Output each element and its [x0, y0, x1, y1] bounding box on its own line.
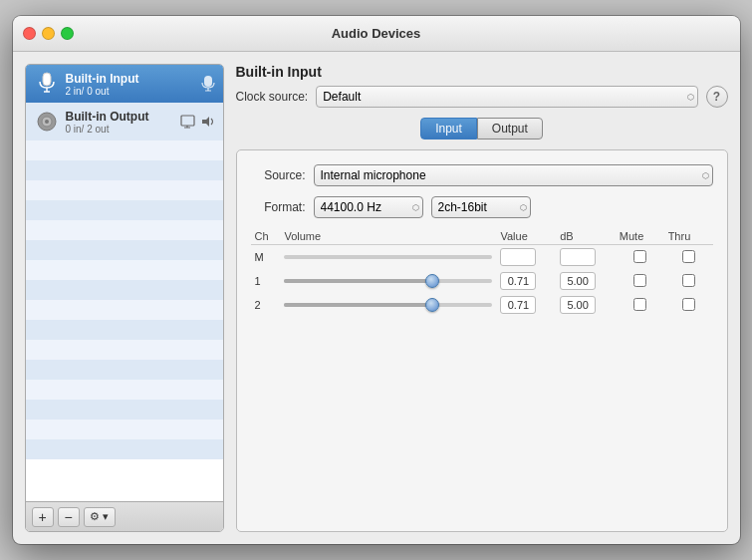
mute-check-m[interactable]	[633, 250, 646, 263]
right-panel: Built-in Input Clock source: Default ? I…	[236, 64, 728, 532]
val-cell-m	[496, 245, 556, 270]
ch-label-m: M	[251, 245, 281, 270]
mute-check-2[interactable]	[633, 298, 646, 311]
tab-output[interactable]: Output	[477, 118, 543, 140]
device-toolbar: + − ⚙ ▾	[26, 501, 223, 531]
col-header-ch: Ch	[251, 228, 281, 245]
thru-cell-m[interactable]	[664, 245, 713, 270]
slider-thumb-1[interactable]	[425, 274, 439, 288]
thru-cell-2[interactable]	[664, 293, 713, 317]
stripe-row	[26, 260, 223, 280]
slider-fill-2	[284, 303, 431, 307]
minimize-button[interactable]	[42, 27, 55, 40]
mic-icon	[34, 71, 60, 97]
col-header-mute: Mute	[616, 228, 664, 245]
traffic-lights	[23, 27, 74, 40]
value-box-2: 0.71	[500, 296, 536, 314]
col-header-value: Value	[496, 228, 556, 245]
mute-cell-1[interactable]	[616, 269, 664, 293]
svg-rect-3	[204, 76, 212, 87]
value-box-1: 0.71	[500, 272, 536, 290]
content-area: Built-in Input 2 in/ 0 out	[13, 52, 740, 544]
mic-small-icon	[201, 75, 215, 93]
window-title: Audio Devices	[332, 26, 421, 41]
stripe-row	[26, 420, 223, 439]
settings-panel: Source: Internal microphone Format: 4410…	[236, 149, 728, 532]
bit-select[interactable]: 2ch-16bit	[431, 196, 531, 218]
stripe-row	[26, 320, 223, 340]
mute-cell-m[interactable]	[616, 245, 664, 270]
help-button[interactable]: ?	[706, 86, 728, 108]
slider-bg-m	[284, 255, 492, 259]
speaker-icon	[34, 109, 60, 135]
thru-check-2[interactable]	[682, 298, 695, 311]
remove-device-button[interactable]: −	[58, 507, 80, 527]
table-row: 1 0.71 5.00	[251, 269, 713, 293]
channel-table: Ch Volume Value dB Mute Thru M	[251, 228, 713, 317]
db-box-1: 5.00	[560, 272, 596, 290]
vol-slider-cell-1[interactable]	[280, 269, 496, 293]
close-button[interactable]	[23, 27, 36, 40]
thru-check-m[interactable]	[682, 250, 695, 263]
format-row: Format: 44100.0 Hz 2ch-16bit	[251, 196, 713, 218]
vol-slider-cell-m[interactable]	[280, 245, 496, 270]
format-label: Format:	[251, 200, 306, 214]
val-cell-2: 0.71	[496, 293, 556, 317]
add-device-button[interactable]: +	[32, 507, 54, 527]
stripe-row	[26, 300, 223, 320]
stripe-row	[26, 439, 223, 459]
slider-track-2	[284, 298, 492, 312]
stripe-row	[26, 360, 223, 380]
device-item-input[interactable]: Built-in Input 2 in/ 0 out	[26, 65, 223, 103]
db-cell-1: 5.00	[556, 269, 616, 293]
tab-input[interactable]: Input	[420, 118, 477, 140]
col-header-db: dB	[556, 228, 616, 245]
db-cell-2: 5.00	[556, 293, 616, 317]
titlebar: Audio Devices	[13, 16, 740, 52]
source-select[interactable]: Internal microphone	[314, 164, 713, 186]
ch-label-1: 1	[251, 269, 281, 293]
db-box-m	[560, 248, 596, 266]
device-name-input: Built-in Input	[66, 72, 201, 86]
vol-slider-cell-2[interactable]	[280, 293, 496, 317]
hz-select[interactable]: 44100.0 Hz	[314, 196, 423, 218]
source-label: Source:	[251, 168, 306, 182]
device-icons-right-output	[180, 115, 215, 129]
maximize-button[interactable]	[61, 27, 74, 40]
slider-track-m	[284, 250, 492, 264]
screen-icon	[180, 115, 198, 129]
device-title: Built-in Input	[236, 64, 728, 80]
stripe-row	[26, 240, 223, 260]
clock-label: Clock source:	[236, 90, 309, 104]
device-item-output[interactable]: Built-in Output 0 in/ 2 out	[26, 103, 223, 140]
device-info-output: Built-in Output 0 in/ 2 out	[66, 110, 180, 135]
svg-marker-12	[202, 117, 209, 127]
channel-table-wrapper: Ch Volume Value dB Mute Thru M	[251, 228, 713, 317]
source-row: Source: Internal microphone	[251, 164, 713, 186]
settings-button[interactable]: ⚙ ▾	[84, 507, 116, 527]
stripe-row	[26, 140, 223, 160]
col-header-volume: Volume	[280, 228, 496, 245]
slider-thumb-2[interactable]	[425, 298, 439, 312]
val-cell-1: 0.71	[496, 269, 556, 293]
mute-check-1[interactable]	[633, 274, 646, 287]
device-sub-output: 0 in/ 2 out	[66, 124, 180, 135]
col-header-thru: Thru	[664, 228, 713, 245]
clock-source-select[interactable]: Default	[316, 86, 697, 108]
value-box-m	[500, 248, 536, 266]
tab-bar: Input Output	[236, 118, 728, 140]
device-sub-input: 2 in/ 0 out	[66, 86, 201, 97]
stripe-row	[26, 220, 223, 240]
slider-track-1	[284, 274, 492, 288]
thru-cell-1[interactable]	[664, 269, 713, 293]
svg-point-8	[45, 120, 49, 124]
device-list-panel: Built-in Input 2 in/ 0 out	[25, 64, 224, 532]
volume-icon	[201, 116, 215, 128]
mute-cell-2[interactable]	[616, 293, 664, 317]
device-icons-right-input	[201, 75, 215, 93]
thru-check-1[interactable]	[682, 274, 695, 287]
device-name-output: Built-in Output	[66, 110, 180, 124]
db-box-2: 5.00	[560, 296, 596, 314]
table-row: M	[251, 245, 713, 270]
stripe-row	[26, 340, 223, 360]
